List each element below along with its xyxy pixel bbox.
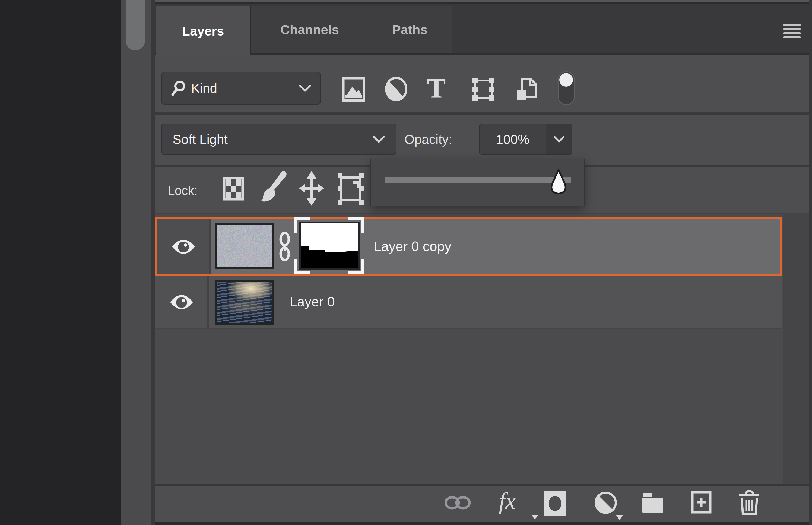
layer-mask-thumbnail[interactable] — [299, 222, 359, 270]
svg-text:T: T — [427, 75, 446, 103]
smart-objects-filter-icon[interactable] — [516, 78, 537, 101]
layer-name[interactable]: Layer 0 — [290, 275, 335, 328]
opacity-slider-handle[interactable] — [548, 169, 569, 194]
layer-thumbnail[interactable] — [215, 280, 274, 325]
layer-list-right-gutter — [783, 214, 809, 484]
layer-row-selected[interactable]: Layer 0 copy — [155, 217, 782, 275]
mask-selection-bracket — [349, 259, 364, 274]
panel-right-border — [809, 0, 812, 525]
adjustment-layers-filter-icon[interactable] — [384, 76, 408, 102]
mask-selection-bracket — [294, 259, 310, 274]
layer-styles-menu-triangle — [531, 515, 538, 520]
mask-selection-bracket — [294, 217, 310, 232]
add-layer-mask-icon[interactable] — [543, 491, 567, 516]
scrollbar-gutter — [121, 0, 151, 525]
layer-name[interactable]: Layer 0 copy — [374, 219, 451, 274]
lock-position-icon[interactable] — [299, 171, 324, 206]
delete-layer-icon[interactable] — [738, 490, 761, 515]
lock-image-pixels-icon[interactable] — [259, 170, 288, 205]
pixel-layers-filter-icon[interactable] — [342, 77, 365, 102]
filter-toggle-switch[interactable] — [558, 71, 575, 105]
chevron-down-icon — [299, 85, 311, 92]
filter-row-border — [155, 112, 812, 115]
opacity-control[interactable]: 100% — [479, 123, 572, 155]
toggle-knob — [559, 73, 573, 87]
layer-row[interactable]: Layer 0 — [155, 275, 782, 329]
layers-panel: Layers Channels Paths Kind — [155, 0, 812, 525]
opacity-dropdown-button[interactable] — [546, 124, 572, 154]
eye-icon[interactable] — [171, 240, 195, 254]
new-adjustment-layer-icon[interactable] — [594, 491, 617, 514]
opacity-slider-popup — [370, 159, 585, 206]
panel-bottom-border — [155, 522, 812, 525]
layer-thumbnail[interactable] — [215, 223, 274, 269]
chevron-down-icon — [554, 136, 565, 142]
new-layer-icon[interactable] — [691, 491, 712, 514]
tab-paths[interactable]: Paths — [368, 6, 453, 53]
panel-top-border — [155, 2, 812, 4]
photoshop-layers-panel-screenshot: Layers Channels Paths Kind — [0, 0, 812, 525]
kind-filter-dropdown[interactable]: Kind — [161, 72, 321, 105]
layer-styles-button[interactable]: fx — [499, 489, 516, 512]
visibility-cell[interactable] — [157, 219, 211, 274]
scrollbar-thumb[interactable] — [126, 0, 145, 50]
visibility-cell[interactable] — [155, 275, 209, 328]
search-icon — [171, 80, 186, 96]
document-canvas-area — [0, 0, 121, 525]
shape-layers-filter-icon[interactable] — [472, 77, 495, 102]
mask-link-icon[interactable] — [278, 232, 291, 261]
kind-filter-label: Kind — [191, 81, 217, 96]
lock-artboard-nesting-icon[interactable] — [337, 172, 364, 206]
mask-selection-bracket — [349, 217, 364, 232]
panel-left-border — [151, 0, 155, 525]
noise-texture — [217, 225, 272, 267]
blend-mode-value: Soft Light — [173, 132, 228, 147]
tab-layers[interactable]: Layers — [156, 6, 250, 56]
chevron-down-icon — [373, 136, 385, 143]
type-layers-filter-icon[interactable]: T — [425, 75, 448, 103]
panel-menu-icon[interactable] — [783, 24, 801, 38]
new-group-icon[interactable] — [641, 492, 664, 513]
lock-transparent-pixels-icon[interactable] — [222, 177, 245, 201]
lock-label: Lock: — [168, 167, 198, 214]
blend-mode-dropdown[interactable]: Soft Light — [161, 123, 396, 155]
opacity-label: Opacity: — [404, 123, 452, 155]
opacity-slider-track[interactable] — [385, 177, 571, 183]
eye-icon[interactable] — [170, 295, 194, 309]
tab-channels[interactable]: Channels — [250, 6, 369, 53]
opacity-value[interactable]: 100% — [479, 132, 546, 147]
adjustment-menu-triangle — [616, 515, 623, 520]
bottom-toolbar: fx — [155, 484, 812, 524]
link-layers-icon[interactable] — [445, 495, 471, 510]
